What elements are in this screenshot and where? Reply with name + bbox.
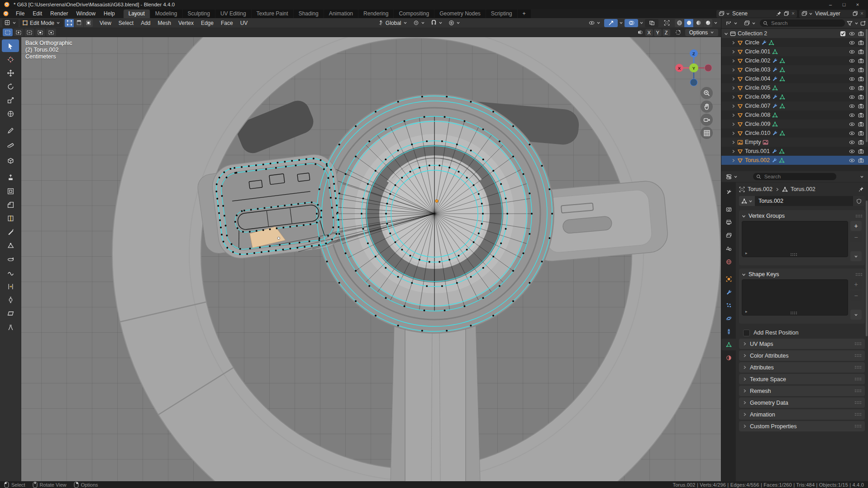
tab-sculpting[interactable]: Sculpting	[183, 10, 215, 18]
outliner-row-circle-005[interactable]: Circle.005	[721, 83, 868, 92]
hide-eye-icon[interactable]	[849, 148, 855, 154]
properties-tab-constraints[interactable]	[721, 325, 736, 337]
object-name[interactable]: Empty	[745, 139, 761, 145]
expand-icon[interactable]	[731, 104, 735, 108]
properties-tab-scene[interactable]	[721, 243, 736, 254]
fake-user-shield-icon[interactable]	[853, 196, 865, 206]
tool-poly-build[interactable]	[2, 239, 19, 252]
tab-compositing[interactable]: Compositing	[394, 10, 434, 18]
expand-icon[interactable]	[731, 68, 735, 72]
outliner-scrollbar[interactable]	[866, 29, 868, 142]
minimize-button[interactable]: –	[824, 0, 837, 9]
hide-eye-icon[interactable]	[849, 76, 855, 82]
properties-tab-render[interactable]	[721, 203, 736, 215]
object-name[interactable]: Circle.007	[745, 103, 770, 109]
gizmos-dropdown[interactable]	[619, 21, 623, 25]
tool-bevel[interactable]	[2, 198, 19, 211]
expand-icon[interactable]	[731, 41, 735, 45]
panel-remesh[interactable]: Remesh	[739, 386, 865, 396]
select-intersect-icon[interactable]	[46, 29, 56, 36]
disable-render-icon[interactable]	[858, 85, 864, 91]
viewport-3d[interactable]: Back Orthographic (2) Torus.002 Centimet…	[21, 37, 721, 481]
vertex-group-specials-button[interactable]	[850, 251, 862, 261]
hide-eye-icon[interactable]	[849, 58, 855, 64]
gizmos-toggle[interactable]	[604, 19, 618, 27]
tab-geometry-nodes[interactable]: Geometry Nodes	[434, 10, 486, 18]
panel-color-attributes[interactable]: Color Attributes	[739, 350, 865, 361]
hide-eye-icon[interactable]	[849, 139, 855, 145]
outliner-row-torus-002[interactable]: Torus.002	[721, 156, 868, 165]
face-select-mode-button[interactable]	[84, 19, 93, 27]
menu-help[interactable]: Help	[100, 9, 119, 18]
edge-select-mode-button[interactable]	[74, 19, 83, 27]
expand-icon[interactable]	[731, 158, 735, 163]
hide-eye-icon[interactable]	[849, 130, 855, 136]
pivot-point-dropdown[interactable]	[411, 19, 427, 27]
perspective-toggle-button[interactable]	[701, 127, 713, 139]
tool-rip-region[interactable]	[2, 321, 19, 333]
disable-render-icon[interactable]	[858, 139, 864, 145]
snap-toggle[interactable]	[429, 19, 445, 27]
properties-search[interactable]	[753, 173, 836, 180]
viewport-menu-select[interactable]: Select	[115, 18, 137, 28]
expand-icon[interactable]	[731, 77, 735, 81]
outliner-row-circle-004[interactable]: Circle.004	[721, 74, 868, 83]
disable-render-icon[interactable]	[858, 103, 864, 109]
shading-rendered-button[interactable]	[703, 19, 712, 27]
hide-eye-icon[interactable]	[849, 85, 855, 91]
xray-toggle[interactable]	[645, 19, 658, 27]
expand-icon[interactable]	[731, 140, 735, 144]
disable-render-icon[interactable]	[858, 130, 864, 136]
select-subtract-icon[interactable]	[24, 29, 34, 36]
menu-edit[interactable]: Edit	[29, 9, 46, 18]
shading-solid-button[interactable]	[684, 19, 693, 27]
properties-tab-data[interactable]	[721, 339, 736, 350]
shading-wireframe-button[interactable]	[675, 19, 684, 27]
vertex-groups-panel-header[interactable]: Vertex Groups	[742, 211, 862, 220]
new-collection-icon[interactable]	[860, 20, 866, 26]
outliner-search-input[interactable]	[770, 20, 842, 26]
object-name[interactable]: Circle.001	[745, 48, 770, 55]
object-name[interactable]: Circle.004	[745, 76, 770, 82]
viewport-menu-mesh[interactable]: Mesh	[154, 18, 175, 28]
outliner-row-circle[interactable]: Circle	[721, 38, 868, 47]
menu-file[interactable]: File	[12, 9, 29, 18]
properties-tab-object[interactable]	[721, 273, 736, 285]
expand-icon[interactable]	[731, 86, 735, 90]
viewport-menu-uv[interactable]: UV	[237, 18, 252, 28]
exclude-checkbox[interactable]	[840, 31, 846, 37]
shape-key-specials-button[interactable]	[850, 310, 862, 320]
panel-grip-icon[interactable]	[856, 273, 862, 276]
tool-inset-faces[interactable]	[2, 185, 19, 197]
shape-keys-panel-header[interactable]: Shape Keys	[742, 270, 862, 279]
viewport-menu-edge[interactable]: Edge	[197, 18, 217, 28]
tool-move[interactable]	[2, 67, 19, 79]
properties-editor-type-dropdown[interactable]	[724, 172, 740, 181]
maximize-button[interactable]: □	[837, 0, 851, 9]
pan-button[interactable]	[701, 100, 713, 113]
viewport-menu-face[interactable]: Face	[217, 18, 237, 28]
outliner-row-circle-002[interactable]: Circle.002	[721, 56, 868, 65]
copy-icon[interactable]	[784, 11, 789, 16]
outliner-row-circle-010[interactable]: Circle.010	[721, 129, 868, 138]
list-grip-icon[interactable]	[791, 253, 797, 256]
tool-annotate[interactable]	[2, 124, 19, 137]
properties-tab-physics[interactable]	[721, 312, 736, 324]
expand-icon[interactable]	[731, 59, 735, 63]
tool-edge-slide[interactable]	[2, 280, 19, 292]
tool-add-cube[interactable]	[2, 154, 19, 167]
object-name[interactable]: Circle.003	[745, 67, 770, 73]
properties-tab-material[interactable]	[721, 352, 736, 364]
panel-grip-icon[interactable]	[855, 413, 861, 416]
disable-render-icon[interactable]	[858, 31, 864, 37]
camera-view-button[interactable]	[701, 114, 713, 126]
disable-render-icon[interactable]	[858, 76, 864, 82]
panel-grip-icon[interactable]	[856, 215, 862, 218]
options-dropdown[interactable]: Options	[685, 29, 718, 36]
collection-name[interactable]: Collection 2	[738, 30, 767, 37]
hide-eye-icon[interactable]	[849, 121, 855, 127]
select-invert-icon[interactable]	[35, 29, 45, 36]
outliner-row-torus-001[interactable]: Torus.001	[721, 147, 868, 156]
expand-icon[interactable]	[731, 131, 735, 135]
tab-scripting[interactable]: Scripting	[486, 10, 518, 18]
